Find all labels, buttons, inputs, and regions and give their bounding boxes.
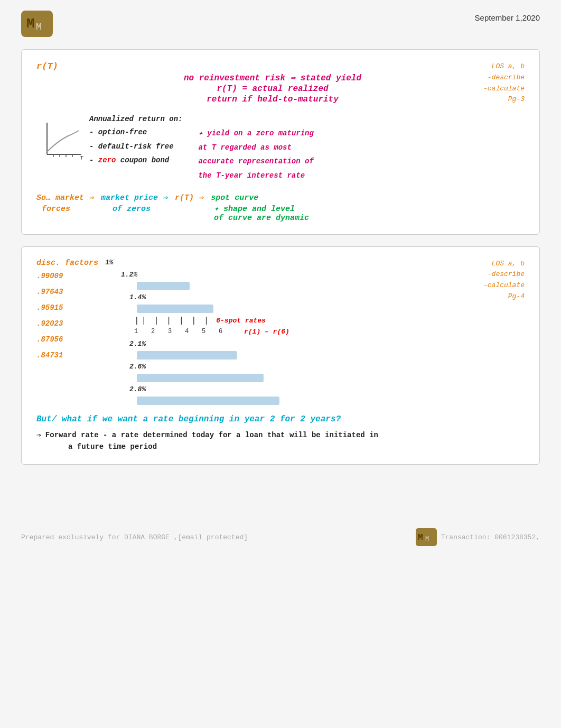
disc-val-2: .97643 [36,288,100,296]
x-axis-numbers: 1 2 3 4 5 6 r(1) – r(6) [134,328,466,336]
card-1: r(T) no reinvestment risk ⇒ stated yield… [21,49,540,235]
footer-transaction: M M Transaction: 0061238352, [416,528,540,546]
annualized-item-1: - option-free [89,125,182,140]
disc-val-4: .92023 [36,319,100,328]
x-num-6: 6 [219,328,236,336]
yield-line3: accurate representation of [198,154,313,169]
rate-row-12pct: 1.2% [121,271,466,279]
disc-val-1: .99009 [36,272,100,280]
x-num-3: 3 [168,328,185,336]
rate-row-28pct: 2.8% [129,385,466,393]
rate-14pct-label: 1.4% [129,293,146,301]
annualized-items: - option-free - default-risk free - zero… [89,125,182,168]
mini-chart: T [36,120,84,165]
so-market-row1: So… market ⇒ market price ⇒ r(T) ⇒ spot … [36,192,525,202]
annualized-left-text: Annualized return on: - option-free - de… [89,115,182,168]
rate-row-1pct: 1% [105,259,466,266]
rt-arrow: r(T) ⇒ [175,192,203,202]
bar-28pct [137,397,279,405]
los-box-2: LOS a, b-describe-calculatePg-4 [466,259,525,405]
but-question: But/ what if we want a rate beginning in… [36,414,525,424]
tick-mark-2: | [142,316,147,326]
so-label: So… market ⇒ [36,192,94,202]
x-num-2: 2 [151,328,168,336]
zero-word: zero [98,156,116,164]
market-price: market price ⇒ [101,192,167,202]
forces: forces [42,205,70,214]
yield-line2: at T regarded as most [198,141,313,155]
yield-line1: ✦ yield on a zero maturing [198,126,313,141]
x-num-5: 5 [202,328,219,336]
disc-val-5: .87956 [36,335,100,344]
los-text-1: LOS a, b-describe-calculatePg-3 [466,61,525,105]
yield-description: ✦ yield on a zero maturing at T regarded… [198,126,313,182]
tick-mark-6: | [191,316,197,326]
footer-logo: M M [416,528,437,546]
tick-mark-7: | [204,316,209,326]
bar-21pct [137,351,237,360]
card1-top-row: r(T) no reinvestment risk ⇒ stated yield… [36,61,525,105]
footer: Prepared exclusively for DIANA BORGE ,[e… [21,528,540,546]
tick-mark-symbol: | [134,316,139,326]
annualized-section: T Annualized return on: - option-free - … [36,115,525,182]
reinvest-line2: r(T) = actual realized [79,84,466,94]
svg-text:M: M [418,533,423,542]
logo: M M [21,11,53,40]
bar-12pct [137,282,190,290]
card1-main-content: r(T) no reinvestment risk ⇒ stated yield… [36,61,466,105]
spot-curve: spot curve [211,193,258,202]
annualized-title: Annualized return on: [89,115,182,123]
svg-text:M: M [26,16,35,32]
rate-21pct-label: 2.1% [129,340,146,348]
shape-level: ✦ shape and level [214,204,309,214]
card2-top-row: disc. factors .99009 .97643 .95915 .9202… [36,259,525,405]
of-zeros: of zeros [113,205,151,214]
footer-prepared: Prepared exclusively for DIANA BORGE ,[e… [21,533,248,541]
disc-val-3: .95915 [36,303,100,312]
tick-mark-4: | [166,316,172,326]
los-box-1: LOS a, b-describe-calculatePg-3 [466,61,525,105]
rate-12pct-label: 1.2% [121,271,142,279]
x-num-4: 4 [185,328,202,336]
forward-rate-line2: a future time period [36,441,525,453]
los-text-2: LOS a, b-describe-calculatePg-4 [466,259,525,302]
rate-row-14pct: 1.4% [129,293,466,301]
forward-rate-def: ⇒ Forward rate - a rate determined today… [36,429,525,453]
so-market-row2: forces of zeros ✦ shape and level of cur… [36,204,525,223]
reinvest-line1: no reinvestment risk ⇒ stated yield [79,72,466,83]
rate-row-21pct: 2.1% [129,340,466,348]
rate-1pct-label: 1% [105,259,126,266]
rt-label: r(T) [36,61,466,71]
disc-factors-title: disc. factors [36,259,100,268]
bar-14pct [137,305,213,313]
svg-text:M: M [36,22,42,32]
yield-line4: the T-year interest rate [198,169,313,183]
tick-mark-3: | [154,316,159,326]
svg-text:M: M [425,536,429,543]
rate-26pct-label: 2.6% [129,363,146,371]
header-date: September 1,2020 [475,13,540,22]
page-header: M M September 1,2020 [21,11,540,40]
bar-26pct [137,374,264,382]
annualized-item-3: - zero coupon bond [89,153,182,168]
bar-chart-area: 1% 1.2% 1.4% | | | | | [105,259,466,405]
disc-factors-section: disc. factors .99009 .97643 .95915 .9202… [36,259,100,405]
reinvest-line3: return if held-to-maturity [79,95,466,104]
shape-level-col: ✦ shape and level of curve are dynamic [193,204,309,223]
disc-values-list: .99009 .97643 .95915 .92023 .87956 .8473… [36,272,100,360]
spot-rates-label: 6-spot rates [216,317,266,325]
forward-rate-line1: ⇒ Forward rate - a rate determined today… [36,429,525,441]
annualized-item-2: - default-risk free [89,140,182,154]
of-curve-dynamic: of curve are dynamic [214,214,309,223]
svg-text:T: T [80,155,84,161]
rate-row-26pct: 2.6% [129,363,466,371]
transaction-text: Transaction: 0061238352, [441,533,540,541]
disc-val-6: .84731 [36,351,100,360]
tick-mark-5: | [179,316,184,326]
rate-bars: 1% 1.2% 1.4% | | | | | [105,259,466,405]
x-num-1: 1 [134,328,151,336]
card-2: disc. factors .99009 .97643 .95915 .9202… [21,246,540,465]
tick-marks-row: | | | | | | | 6-spot rates [134,316,466,326]
so-market-section: So… market ⇒ market price ⇒ r(T) ⇒ spot … [36,192,525,223]
rate-28pct-label: 2.8% [129,385,146,393]
